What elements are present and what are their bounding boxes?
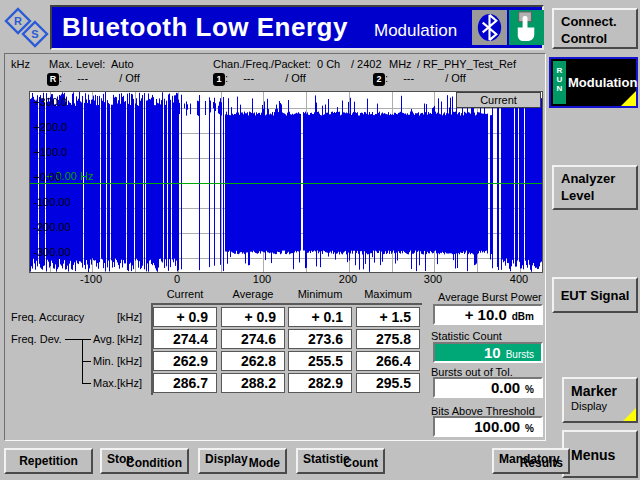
- bot-unit: %: [525, 384, 534, 395]
- freq-dev-min-average: 262.8: [221, 351, 285, 371]
- marker-1-sep: :: [225, 72, 228, 84]
- connect-control-line2: Control: [561, 31, 607, 45]
- menus-button[interactable]: Menus: [562, 430, 638, 478]
- freq-dev-avg-minimum: 273.6: [288, 329, 352, 349]
- connect-control-button[interactable]: Connect. Control: [552, 8, 638, 49]
- freq-accuracy-average: + 0.9: [221, 307, 285, 327]
- measurement-panel: kHz Max. Level: Auto Chan./Freq./Packet:…: [4, 53, 546, 441]
- marker-2-icon: 2: [373, 73, 385, 86]
- y-axis-unit-label: kHz: [11, 58, 30, 70]
- marker-1-icon: 1: [213, 73, 225, 86]
- frequency-value: / 2402: [351, 58, 382, 70]
- modulation-tab-label: Modulation: [568, 75, 637, 90]
- marker-r-icon: R: [47, 73, 59, 86]
- deviation-plot: [29, 91, 543, 273]
- svg-text:S: S: [31, 28, 38, 40]
- col-header-maximum: Maximum: [356, 288, 420, 300]
- freq-dev-max-average: 288.2: [221, 373, 285, 393]
- average-burst-power-label: Average Burst Power: [438, 291, 542, 303]
- freq-dev-min-minimum: 255.5: [288, 351, 352, 371]
- bat-unit: %: [525, 423, 534, 434]
- freq-dev-max-current: 286.7: [153, 373, 217, 393]
- rohde-schwarz-logo: R S: [4, 6, 50, 50]
- x-tick-100: 100: [242, 273, 282, 285]
- softkey-display-line2: Mode: [249, 456, 280, 470]
- bursts-out-of-tol-value: 0.00 %: [433, 377, 543, 398]
- analyzer-level-button[interactable]: Analyzer Level: [552, 165, 638, 210]
- statistic-count-label: Statistic Count: [431, 330, 502, 342]
- statistic-count-value: 10 Bursts: [433, 342, 543, 363]
- freq-dev-max-minimum: 282.9: [288, 373, 352, 393]
- titlebar: Bluetooth Low Energy Modulation: [50, 5, 544, 50]
- marker-1-readout: 1: --- / Off: [213, 72, 306, 86]
- softkey-stop-condition[interactable]: Stop Condition: [100, 448, 189, 474]
- x-tick-300: 300: [413, 273, 453, 285]
- freq-dev-avg-maximum: 275.8: [356, 329, 420, 349]
- tree-line-h1: [65, 339, 83, 340]
- deviation-trace-canvas: [30, 92, 542, 272]
- tree-line-max: [82, 383, 91, 384]
- sc-unit: Bursts: [506, 349, 534, 360]
- max-level-label: Max. Level:: [49, 58, 105, 70]
- analyzer-level-line2: Level: [561, 188, 594, 206]
- bits-above-threshold-value: 100.00 %: [433, 416, 543, 437]
- abp-unit: dBm: [512, 311, 534, 322]
- row-label-freq-accuracy: Freq. Accuracy: [11, 311, 84, 323]
- bluetooth-icon: [472, 10, 507, 45]
- row-unit-freq-accuracy: [kHz]: [117, 311, 142, 323]
- row-sub-avg: Avg.: [93, 333, 115, 345]
- packet-type-value: / RF_PHY_Test_Ref: [417, 58, 516, 70]
- softkey-stop-line2: Condition: [126, 456, 182, 470]
- softkey-statistic-count[interactable]: Statistic Count: [296, 448, 385, 474]
- row-unit-min: [kHz]: [117, 355, 142, 367]
- abp-number: + 10.0: [465, 306, 507, 323]
- x-tick-200: 200: [328, 273, 368, 285]
- bat-number: 100.00: [474, 418, 520, 435]
- softkey-mandatory-results[interactable]: Mandatory Results: [492, 448, 570, 474]
- softkey-display-mode[interactable]: Display Mode: [198, 448, 287, 474]
- touch-remote-icon: [509, 10, 544, 45]
- freq-dev-avg-current: 274.4: [153, 329, 217, 349]
- row-unit-avg: [kHz]: [117, 333, 142, 345]
- run-indicator: RUN: [553, 61, 566, 104]
- menus-label: Menus: [571, 447, 615, 463]
- marker-2-readout: 2: --- / Off: [373, 72, 466, 86]
- marker-r-readout: R: --- / Off: [47, 72, 140, 86]
- col-header-average: Average: [221, 288, 285, 300]
- chan-freq-packet-label: Chan./Freq./Packet:: [213, 58, 311, 70]
- modulation-tab-button[interactable]: RUN Modulation: [549, 57, 638, 108]
- row-label-freq-dev: Freq. Dev.: [11, 333, 62, 345]
- freq-dev-avg-average: 274.6: [221, 329, 285, 349]
- x-tick--100: -100: [71, 273, 111, 285]
- bot-number: 0.00: [491, 379, 520, 396]
- row-unit-max: [kHz]: [117, 377, 142, 389]
- marker-sub-label: Display: [571, 400, 620, 418]
- marker-1-state: / Off: [285, 72, 306, 84]
- x-tick-400: 400: [499, 273, 539, 285]
- more-options-triangle-icon: [621, 91, 636, 106]
- row-sub-max: Max.: [93, 377, 117, 389]
- connect-control-line1: Connect.: [561, 14, 617, 29]
- marker-2-state: / Off: [445, 72, 466, 84]
- marker-r-value: ---: [77, 72, 88, 84]
- app-title: Bluetooth Low Energy: [62, 12, 348, 43]
- col-header-minimum: Minimum: [288, 288, 352, 300]
- softkey-mandatory-line2: Results: [520, 456, 563, 470]
- marker-r-sep: :: [59, 72, 62, 84]
- marker-1-value: ---: [243, 72, 254, 84]
- tree-line-avg: [82, 339, 91, 340]
- table-header-separator: [151, 303, 422, 305]
- eut-signal-label: EUT Signal: [561, 288, 630, 303]
- channel-value: 0 Ch: [317, 58, 340, 70]
- marker-2-sep: :: [385, 72, 388, 84]
- marker-display-button[interactable]: Marker Display: [562, 377, 638, 423]
- trace-legend-current: Current: [456, 92, 541, 108]
- freq-accuracy-current: + 0.9: [153, 307, 217, 327]
- freq-dev-min-maximum: 266.4: [356, 351, 420, 371]
- softkey-repetition-label: Repetition: [19, 454, 78, 468]
- softkey-repetition[interactable]: Repetition: [4, 448, 93, 474]
- x-tick-0: 0: [157, 273, 197, 285]
- freq-dev-min-current: 262.9: [153, 351, 217, 371]
- row-sub-min: Min.: [93, 355, 114, 367]
- eut-signal-button[interactable]: EUT Signal: [552, 277, 638, 313]
